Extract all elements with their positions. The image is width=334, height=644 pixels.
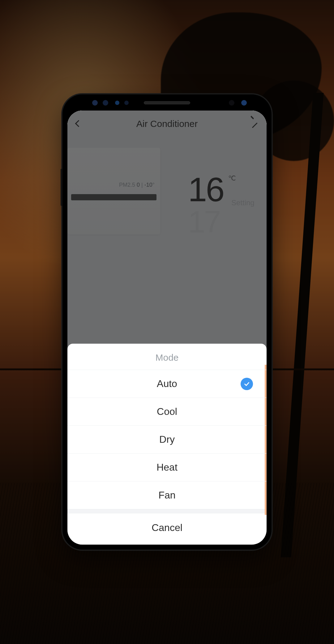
phone-sensor xyxy=(229,100,234,106)
mode-option-label: Fan xyxy=(158,490,175,501)
mode-option-heat[interactable]: Heat xyxy=(67,453,267,481)
sheet-separator xyxy=(67,509,267,513)
cancel-button[interactable]: Cancel xyxy=(67,513,267,543)
phone-sensor xyxy=(103,100,108,106)
mode-option-dry[interactable]: Dry xyxy=(67,425,267,453)
mode-option-label: Dry xyxy=(159,434,175,445)
phone-frame: Air Conditioner PM2.5 0 | -10° 16 ℃ Sett… xyxy=(62,94,272,550)
phone-screen: Air Conditioner PM2.5 0 | -10° 16 ℃ Sett… xyxy=(67,111,267,545)
phone-sensor xyxy=(115,101,119,105)
phone-sensor xyxy=(92,100,98,106)
phone-earpiece xyxy=(144,101,190,104)
mode-option-label: Cool xyxy=(157,406,177,417)
mode-option-label: Auto xyxy=(157,378,177,389)
phone-sensor xyxy=(241,100,247,106)
mode-option-cool[interactable]: Cool xyxy=(67,398,267,425)
mode-option-fan[interactable]: Fan xyxy=(67,481,267,509)
check-icon xyxy=(241,378,253,390)
phone-sensor xyxy=(124,101,129,105)
sheet-title: Mode xyxy=(67,344,267,370)
mode-option-label: Heat xyxy=(156,462,178,473)
mode-sheet: Mode Auto Cool Dry Heat Fan Cancel xyxy=(67,344,267,545)
mode-option-auto[interactable]: Auto xyxy=(67,370,267,398)
